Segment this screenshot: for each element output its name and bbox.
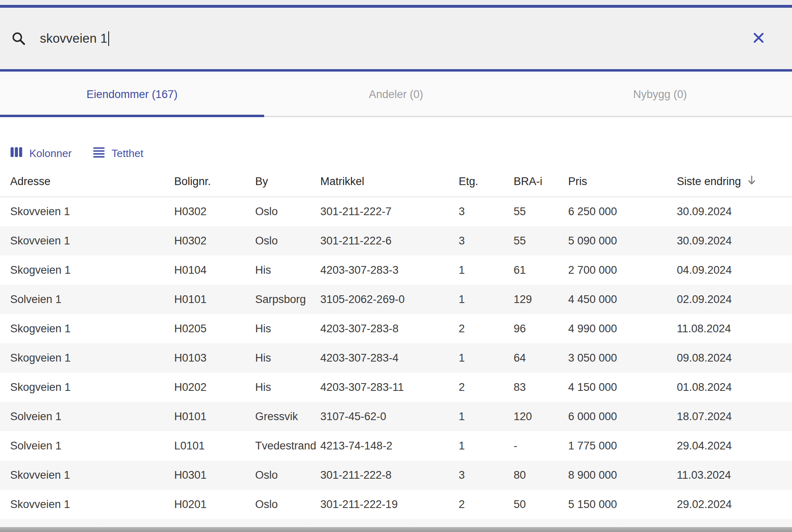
table-cell: 4203-307-283-3: [320, 255, 459, 285]
table-cell: 301-211-222-7: [320, 197, 459, 226]
table-cell: L0101: [174, 431, 255, 460]
density-icon: [93, 146, 105, 161]
table-row[interactable]: Solveien 1L0101Tvedestrand4213-74-148-21…: [0, 431, 792, 460]
table-cell: 50: [514, 490, 568, 519]
column-header-matrikkel[interactable]: Matrikkel: [320, 167, 459, 197]
table-cell: Tvedestrand: [255, 431, 320, 460]
column-header-adresse[interactable]: Adresse: [10, 167, 174, 197]
column-header-bolignr[interactable]: Bolignr.: [174, 167, 255, 197]
text-cursor: [108, 31, 109, 46]
row-spacer: [0, 490, 10, 519]
table-cell: Skogveien 1: [10, 373, 174, 402]
table-cell: Solveien 1: [10, 431, 174, 460]
table-row[interactable]: Skovveien 1H0201Oslo301-211-222-192505 1…: [0, 490, 792, 519]
table-cell: 301-211-222-19: [320, 490, 459, 519]
table-cell: 4 990 000: [568, 314, 677, 343]
table-cell: 80: [514, 460, 568, 490]
accent-divider-top: [0, 5, 792, 8]
row-spacer: [0, 343, 10, 373]
row-spacer: [0, 373, 10, 402]
columns-button[interactable]: Kolonner: [10, 146, 72, 161]
table-row[interactable]: Skovveien 1H0302Oslo301-211-222-63555 09…: [0, 226, 792, 255]
table-cell: Solveien 1: [10, 285, 174, 314]
table-row[interactable]: Solveien 1H0101Gressvik3107-45-62-011206…: [0, 402, 792, 431]
table-cell: 129: [514, 285, 568, 314]
results-panel: Kolonner Tetthet: [0, 140, 792, 519]
columns-button-label: Kolonner: [29, 147, 72, 160]
table-cell: 18.07.2024: [677, 402, 792, 431]
table-cell: 30.09.2024: [677, 197, 792, 226]
table-cell: Oslo: [255, 226, 320, 255]
column-header-etg[interactable]: Etg.: [459, 167, 514, 197]
tab-nybygg[interactable]: Nybygg (0): [528, 72, 792, 117]
table-cell: H0101: [174, 285, 255, 314]
table-cell: 09.08.2024: [677, 343, 792, 373]
row-spacer: [0, 314, 10, 343]
table-cell: Skovveien 1: [10, 490, 174, 519]
results-table: Adresse Bolignr. By Matrikkel Etg. BRA-i…: [0, 167, 792, 519]
clear-search-button[interactable]: [750, 30, 768, 48]
row-spacer: [0, 197, 10, 226]
table-cell: Skovveien 1: [10, 460, 174, 490]
table-row[interactable]: Solveien 1H0101Sarpsborg3105-2062-269-01…: [0, 285, 792, 314]
tab-label: Nybygg (0): [633, 88, 687, 101]
column-header-by[interactable]: By: [255, 167, 320, 197]
table-cell: H0202: [174, 373, 255, 402]
table-cell: 301-211-222-6: [320, 226, 459, 255]
table-cell: Skogveien 1: [10, 343, 174, 373]
table-cell: H0205: [174, 314, 255, 343]
table-cell: 04.09.2024: [677, 255, 792, 285]
horizontal-scrollbar: [0, 527, 792, 532]
tab-eiendommer[interactable]: Eiendommer (167): [0, 72, 264, 117]
columns-icon: [10, 146, 23, 161]
column-header-siste-endring[interactable]: Siste endring: [677, 167, 792, 197]
table-cell: 11.03.2024: [677, 460, 792, 490]
column-header-pris[interactable]: Pris: [568, 167, 677, 197]
table-cell: 1: [459, 431, 514, 460]
table-cell: 3: [459, 460, 514, 490]
table-row-partial: [0, 519, 792, 527]
active-tab-underline: [0, 115, 264, 117]
table-cell: 2: [459, 314, 514, 343]
table-row[interactable]: Skogveien 1H0202His4203-307-283-112834 1…: [0, 373, 792, 402]
table-cell: 96: [514, 314, 568, 343]
table-cell: Oslo: [255, 197, 320, 226]
table-row[interactable]: Skogveien 1H0103His4203-307-283-41643 05…: [0, 343, 792, 373]
table-cell: Skovveien 1: [10, 226, 174, 255]
header-spacer: [0, 167, 10, 197]
table-cell: H0302: [174, 197, 255, 226]
table-cell: 02.09.2024: [677, 285, 792, 314]
close-icon: [751, 30, 766, 47]
table-header-row: Adresse Bolignr. By Matrikkel Etg. BRA-i…: [0, 167, 792, 197]
table-cell: 61: [514, 255, 568, 285]
tab-label: Eiendommer (167): [87, 88, 178, 101]
table-cell: H0101: [174, 402, 255, 431]
table-cell: 01.08.2024: [677, 373, 792, 402]
search-input[interactable]: skovveien 1: [40, 31, 750, 46]
table-cell: 5 150 000: [568, 490, 677, 519]
search-icon: [11, 31, 27, 47]
row-spacer: [0, 402, 10, 431]
table-cell: 29.04.2024: [677, 431, 792, 460]
table-row[interactable]: Skovveien 1H0302Oslo301-211-222-73556 25…: [0, 197, 792, 226]
table-cell: Oslo: [255, 490, 320, 519]
table-cell: Skogveien 1: [10, 314, 174, 343]
tab-andeler[interactable]: Andeler (0): [264, 72, 528, 117]
table-row[interactable]: Skovveien 1H0301Oslo301-211-222-83808 90…: [0, 460, 792, 490]
table-toolbar: Kolonner Tetthet: [0, 140, 792, 167]
table-cell: 4213-74-148-2: [320, 431, 459, 460]
row-spacer: [0, 255, 10, 285]
row-spacer: [0, 226, 10, 255]
tab-bar: Eiendommer (167) Andeler (0) Nybygg (0): [0, 72, 792, 117]
density-button[interactable]: Tetthet: [93, 146, 143, 161]
column-header-bra-i[interactable]: BRA-i: [514, 167, 568, 197]
scrollbar-thumb[interactable]: [0, 527, 792, 532]
table-cell: His: [255, 314, 320, 343]
table-cell: 4203-307-283-8: [320, 314, 459, 343]
table-row[interactable]: Skogveien 1H0104His4203-307-283-31612 70…: [0, 255, 792, 285]
table-cell: Solveien 1: [10, 402, 174, 431]
top-strip: [0, 0, 792, 5]
table-row[interactable]: Skogveien 1H0205His4203-307-283-82964 99…: [0, 314, 792, 343]
table-cell: -: [514, 431, 568, 460]
table-cell: 1: [459, 255, 514, 285]
